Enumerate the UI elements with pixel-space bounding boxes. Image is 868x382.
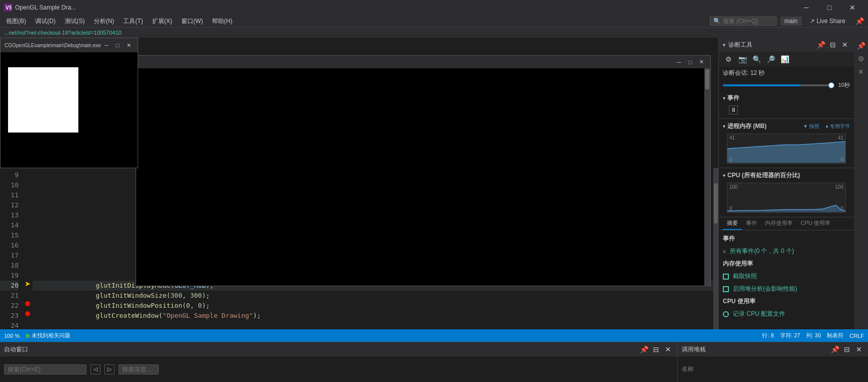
global-search-box[interactable]: 🔍: [710, 17, 777, 26]
app-scrollbar[interactable]: [704, 68, 710, 286]
diag-more-btn[interactable]: 📊: [779, 54, 790, 65]
line-num-19: 19: [0, 271, 19, 281]
app-restore-btn[interactable]: □: [685, 58, 695, 67]
search-next-btn[interactable]: ▷: [104, 364, 115, 374]
diag-snapshot-btn[interactable]: 📷: [737, 54, 748, 65]
diag-zoom-in-btn[interactable]: 🔍: [751, 54, 762, 65]
sidebar-pin-icon[interactable]: 📌: [855, 40, 867, 52]
bp-line-23: [23, 309, 33, 319]
sidebar-close-icon[interactable]: ✕: [855, 66, 867, 78]
status-problems: 未找到相关问题: [26, 332, 70, 339]
heap-analysis-sub-item[interactable]: 启用堆分析(会影响性能): [723, 283, 850, 295]
live-share-button[interactable]: ↗ Live Share: [806, 17, 849, 26]
auto-window-detach-btn[interactable]: ⊟: [651, 344, 661, 354]
events-pause-btn[interactable]: ⏸: [729, 105, 738, 114]
menu-tools[interactable]: 工具(T): [119, 16, 147, 27]
menu-extensions[interactable]: 扩展(X): [148, 16, 176, 27]
app-minimize-btn[interactable]: ─: [674, 58, 684, 67]
diag-events-header[interactable]: 事件: [723, 93, 850, 103]
bp-line-20: ➤: [23, 279, 33, 289]
diag-detach-btn[interactable]: ⊟: [828, 40, 838, 50]
line-num-21: 21: [0, 291, 19, 301]
status-row: 行: 8: [762, 332, 774, 339]
diag-tab-cpu[interactable]: CPU 使用率: [797, 217, 834, 230]
events-collapse-arrow[interactable]: [723, 95, 725, 101]
auto-window-close-btn[interactable]: ✕: [663, 344, 673, 354]
auto-window-pin-btn[interactable]: 📌: [639, 344, 649, 354]
memory-collapse-arrow[interactable]: [723, 123, 725, 129]
search-prev-btn[interactable]: ◁: [90, 364, 100, 374]
menu-test[interactable]: 测试(S): [61, 16, 89, 27]
events-sub-item: ≡ 所有事件(0 个，共 0 个): [723, 245, 850, 258]
auto-window-search[interactable]: [4, 364, 86, 374]
main-content: CGOpenGLExample\main\Debug\main.exe ─ □ …: [0, 38, 868, 329]
minimize-button[interactable]: ─: [795, 0, 818, 15]
maximize-button[interactable]: □: [818, 0, 841, 15]
cpu-max-left: 100: [729, 184, 738, 190]
slider-track[interactable]: [723, 84, 834, 86]
pin-button[interactable]: 📌: [853, 17, 866, 25]
menu-bar: 视图(B) 调试(D) 测试(S) 分析(N) 工具(T) 扩展(X) 窗口(W…: [0, 15, 868, 28]
menu-window[interactable]: 窗口(W): [177, 16, 207, 27]
diag-time-slider[interactable]: 10秒: [723, 81, 850, 89]
svg-text:VS: VS: [6, 5, 12, 11]
cpu-profile-sub-item[interactable]: 记录 CPU 配置文件: [723, 308, 850, 320]
line-ending-label: CRLF: [849, 333, 864, 339]
branch-label[interactable]: main: [781, 17, 802, 26]
heap-analysis-label: 启用堆分析(会影响性能): [733, 285, 797, 293]
sidebar-settings-icon[interactable]: ⚙: [855, 53, 867, 65]
diag-settings-btn[interactable]: ⚙: [723, 54, 734, 65]
code-scroll-thumb[interactable]: [714, 183, 718, 223]
close-button[interactable]: ✕: [841, 0, 864, 15]
memory-min-left: 0: [729, 157, 732, 162]
svg-marker-3: [727, 205, 845, 212]
problems-label: 未找到相关问题: [32, 332, 70, 339]
diag-tab-summary[interactable]: 摘要: [723, 217, 742, 230]
zoom-label: 100 %: [4, 333, 20, 339]
diag-sub-sections: 事件 ≡ 所有事件(0 个，共 0 个) 内存使用率 截取快照 启用堆分析(会影…: [719, 230, 854, 322]
diag-header: 诊断工具 📌 ⊟ ✕: [719, 38, 854, 52]
snapshot-sub-item[interactable]: 截取快照: [723, 270, 850, 283]
opengl-minimize-btn[interactable]: ─: [101, 41, 112, 50]
bp-line-24: [23, 319, 33, 329]
search-depth-input[interactable]: [119, 364, 159, 374]
app-scroll-thumb[interactable]: [705, 69, 709, 89]
auto-window-controls: 📌 ⊟ ✕: [639, 344, 673, 354]
menu-view[interactable]: 视图(B): [2, 16, 30, 27]
diag-title: 诊断工具: [728, 41, 752, 49]
diag-pin-btn[interactable]: 📌: [816, 40, 826, 50]
opengl-close-btn[interactable]: ✕: [124, 41, 134, 50]
diag-cpu-header[interactable]: CPU (所有处理器的百分比): [723, 170, 850, 181]
bp-line-16: [23, 238, 33, 248]
app-close-btn[interactable]: ✕: [696, 58, 706, 67]
cpu-profile-label: 记录 CPU 配置文件: [733, 310, 785, 318]
menu-analyze[interactable]: 分析(N): [90, 16, 119, 27]
call-stack-detach-btn[interactable]: ⊟: [842, 344, 852, 354]
bp-line-17: [23, 248, 33, 259]
diag-collapse-arrow[interactable]: [723, 42, 725, 48]
call-stack-close-btn[interactable]: ✕: [854, 344, 864, 354]
search-input[interactable]: [723, 18, 773, 25]
menu-help[interactable]: 帮助(H): [208, 16, 237, 27]
diag-events-section: 事件 ⏸: [719, 91, 854, 119]
diag-tab-memory[interactable]: 内存使用率: [761, 217, 797, 230]
diag-zoom-out-btn[interactable]: 🔎: [765, 54, 776, 65]
diag-memory-header[interactable]: 进程内存 (MB) ▼ 快照 ● 专用字节: [723, 121, 850, 132]
line-num-15: 15: [0, 230, 19, 240]
encoding-label: 制表符: [827, 332, 843, 339]
menu-bar-right: 🔍 main ↗ Live Share 📌: [710, 17, 866, 26]
slider-thumb[interactable]: [828, 82, 834, 88]
diag-close-btn[interactable]: ✕: [840, 40, 850, 50]
opengl-restore-btn[interactable]: □: [113, 41, 123, 50]
cpu-collapse-arrow[interactable]: [723, 173, 725, 178]
current-line-arrow: ➤: [25, 280, 31, 288]
diag-tab-events[interactable]: 事件: [742, 217, 761, 230]
cpu-chart: 100 100 0 0: [727, 183, 846, 213]
bp-line-12: [23, 198, 33, 208]
menu-debug[interactable]: 调试(D): [31, 16, 60, 27]
call-stack-name-label: 名称: [682, 365, 694, 373]
call-stack-pin-btn[interactable]: 📌: [830, 344, 840, 354]
app-title-bar: ─ □ ✕: [136, 56, 710, 68]
code-scrollbar[interactable]: [713, 168, 718, 329]
cpu-usage-sub-title: CPU 使用率: [723, 295, 850, 308]
